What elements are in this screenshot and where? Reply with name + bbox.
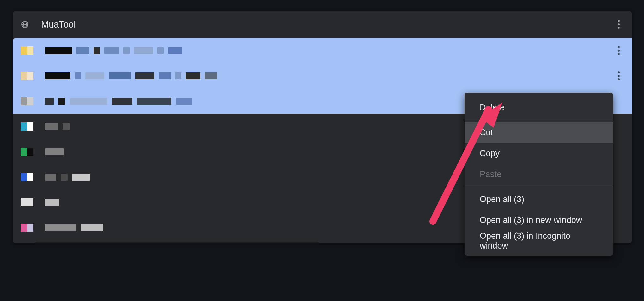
menu-item-paste: Paste — [465, 164, 613, 185]
favicon — [21, 148, 33, 156]
menu-separator — [465, 187, 613, 187]
bookmark-row[interactable] — [13, 38, 632, 63]
favicon — [21, 122, 33, 131]
favicon — [21, 173, 33, 181]
more-vertical-icon — [618, 46, 620, 55]
more-vertical-icon — [618, 20, 620, 29]
folder-title: MuaTool — [41, 19, 76, 30]
row-more-button[interactable] — [612, 44, 625, 57]
bookmark-title — [45, 148, 64, 155]
folder-more-button[interactable] — [612, 18, 625, 31]
bookmark-title — [45, 123, 70, 130]
favicon — [21, 224, 33, 232]
bookmark-title — [45, 98, 192, 105]
menu-item-delete[interactable]: Delete — [465, 97, 613, 118]
row-more-button[interactable] — [612, 70, 625, 82]
menu-item-cut[interactable]: Cut — [465, 122, 613, 143]
bookmark-title — [45, 47, 182, 54]
context-menu: Delete Cut Copy Paste Open all (3) Open … — [465, 93, 613, 256]
bookmark-title — [45, 224, 103, 231]
bookmark-title — [45, 174, 90, 181]
panel-header: MuaTool — [13, 11, 632, 38]
menu-item-open-all-incognito[interactable]: Open all (3) in Incognito window — [465, 230, 613, 251]
menu-separator — [465, 120, 613, 120]
horizontal-scrollbar[interactable] — [35, 242, 319, 243]
bookmark-title — [45, 199, 59, 206]
menu-item-open-all-new-window[interactable]: Open all (3) in new window — [465, 210, 613, 230]
menu-item-open-all[interactable]: Open all (3) — [465, 189, 613, 210]
favicon — [21, 46, 33, 55]
favicon — [21, 72, 33, 80]
bookmark-title — [45, 72, 217, 79]
menu-item-copy[interactable]: Copy — [465, 143, 613, 164]
favicon — [21, 198, 33, 206]
favicon — [21, 97, 33, 105]
more-vertical-icon — [618, 71, 620, 80]
bookmark-row[interactable] — [13, 63, 632, 89]
globe-icon — [21, 20, 29, 28]
